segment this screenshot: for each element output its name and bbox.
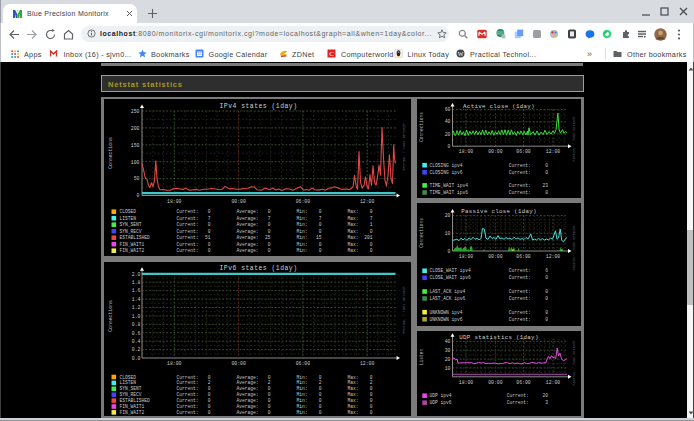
svg-text:SYN_RECV: SYN_RECV bbox=[119, 392, 141, 397]
svg-text:0: 0 bbox=[207, 242, 210, 247]
svg-text:0: 0 bbox=[369, 242, 372, 247]
svg-text:Average:: Average: bbox=[236, 409, 258, 414]
svg-text:1: 1 bbox=[369, 222, 372, 227]
svg-text:IPv6 states (1day): IPv6 states (1day) bbox=[219, 265, 297, 272]
svg-text:12:00: 12:00 bbox=[359, 361, 374, 366]
svg-text:Min:: Min: bbox=[296, 398, 307, 403]
svg-text:Current:: Current: bbox=[176, 209, 198, 214]
svg-text:0: 0 bbox=[318, 404, 321, 409]
svg-text:Passive close (1day): Passive close (1day) bbox=[461, 208, 537, 215]
svg-text:18:00: 18:00 bbox=[459, 254, 474, 259]
svg-text:06:00: 06:00 bbox=[516, 380, 531, 385]
svg-text:0: 0 bbox=[369, 392, 372, 397]
svg-text:00:00: 00:00 bbox=[488, 254, 503, 259]
svg-text:Listen: Listen bbox=[419, 349, 424, 366]
svg-text:LISTEN: LISTEN bbox=[119, 380, 136, 385]
svg-text:10: 10 bbox=[445, 231, 451, 236]
svg-text:12:00: 12:00 bbox=[546, 149, 561, 154]
svg-text:Min:: Min: bbox=[296, 248, 307, 253]
svg-text:Average:: Average: bbox=[236, 386, 258, 391]
svg-text:Current:: Current: bbox=[176, 386, 198, 391]
svg-text:0: 0 bbox=[369, 229, 372, 234]
svg-text:Current:: Current: bbox=[509, 317, 531, 322]
svg-text:Average:: Average: bbox=[236, 380, 258, 385]
svg-text:CLOSE_WAIT ipv6: CLOSE_WAIT ipv6 bbox=[429, 275, 471, 280]
svg-text:Max:: Max: bbox=[347, 222, 358, 227]
svg-text:Current:: Current: bbox=[509, 310, 531, 315]
svg-text:IPv4 states (1day): IPv4 states (1day) bbox=[219, 103, 297, 110]
svg-text:20: 20 bbox=[445, 357, 451, 362]
svg-text:UNKNOWN ipv4: UNKNOWN ipv4 bbox=[429, 310, 462, 315]
svg-text:CLOSING ipv6: CLOSING ipv6 bbox=[429, 170, 462, 175]
svg-text:0: 0 bbox=[448, 144, 451, 149]
svg-text:0: 0 bbox=[207, 374, 210, 379]
svg-text:Current:: Current: bbox=[509, 275, 531, 280]
svg-text:12:00: 12:00 bbox=[546, 254, 561, 259]
svg-text:UDP ipv4: UDP ipv4 bbox=[429, 393, 451, 398]
svg-text:Min:: Min: bbox=[296, 386, 307, 391]
svg-text:0: 0 bbox=[267, 222, 270, 227]
svg-text:Current:: Current: bbox=[509, 190, 531, 195]
svg-text:Min:: Min: bbox=[296, 380, 307, 385]
svg-text:Max:: Max: bbox=[347, 242, 358, 247]
svg-text:Min:: Min: bbox=[296, 392, 307, 397]
svg-text:06:00: 06:00 bbox=[516, 254, 531, 259]
svg-text:Max:: Max: bbox=[347, 374, 358, 379]
svg-text:Current:: Current: bbox=[509, 163, 531, 168]
svg-text:Current:: Current: bbox=[176, 235, 198, 240]
svg-text:1.8: 1.8 bbox=[131, 280, 140, 285]
svg-text:30: 30 bbox=[445, 348, 451, 353]
svg-text:150: 150 bbox=[130, 143, 139, 148]
svg-text:Current:: Current: bbox=[509, 183, 531, 188]
svg-text:0: 0 bbox=[267, 398, 270, 403]
svg-text:Average:: Average: bbox=[236, 248, 258, 253]
svg-text:0: 0 bbox=[207, 229, 210, 234]
svg-text:FIN_WAIT2: FIN_WAIT2 bbox=[119, 409, 144, 414]
svg-text:1.2: 1.2 bbox=[131, 305, 140, 310]
svg-text:Connections: Connections bbox=[107, 137, 112, 169]
svg-text:Min:: Min: bbox=[296, 216, 307, 221]
svg-text:LISTEN: LISTEN bbox=[119, 216, 136, 221]
svg-text:20: 20 bbox=[445, 132, 451, 137]
svg-text:Max:: Max: bbox=[347, 235, 358, 240]
svg-text:LAST_ACK ipv4: LAST_ACK ipv4 bbox=[429, 289, 465, 294]
svg-text:2.0: 2.0 bbox=[131, 271, 140, 276]
svg-text:Min:: Min: bbox=[296, 209, 307, 214]
svg-text:31: 31 bbox=[197, 51, 202, 56]
svg-text:UDP statistics (1day): UDP statistics (1day) bbox=[459, 334, 538, 341]
svg-text:Current:: Current: bbox=[176, 398, 198, 403]
svg-text:18:00: 18:00 bbox=[459, 149, 474, 154]
svg-text:FIN_WAIT2: FIN_WAIT2 bbox=[119, 248, 144, 253]
svg-text:CLOSED: CLOSED bbox=[119, 374, 136, 379]
svg-text:Current:: Current: bbox=[507, 393, 529, 398]
svg-text:1.0: 1.0 bbox=[131, 313, 140, 318]
svg-text:LAST_ACK ipv6: LAST_ACK ipv6 bbox=[429, 296, 465, 301]
svg-text:2: 2 bbox=[207, 380, 210, 385]
svg-text:0: 0 bbox=[267, 209, 270, 214]
svg-text:51: 51 bbox=[204, 235, 210, 240]
svg-text:0: 0 bbox=[318, 386, 321, 391]
svg-text:TIME_WAIT ipv4: TIME_WAIT ipv4 bbox=[429, 183, 468, 188]
svg-text:RRDTOOL / TOBI OETIKER: RRDTOOL / TOBI OETIKER bbox=[401, 122, 405, 170]
svg-text:3: 3 bbox=[545, 400, 548, 405]
svg-text:Average:: Average: bbox=[236, 222, 258, 227]
svg-text:Max:: Max: bbox=[347, 229, 358, 234]
svg-text:06:00: 06:00 bbox=[295, 361, 310, 366]
svg-text:Max:: Max: bbox=[347, 404, 358, 409]
svg-text:Active close (1day): Active close (1day) bbox=[463, 103, 535, 110]
svg-text:0: 0 bbox=[318, 229, 321, 234]
svg-text:0: 0 bbox=[448, 249, 451, 254]
svg-text:FIN_WAIT1: FIN_WAIT1 bbox=[119, 242, 144, 247]
svg-text:0: 0 bbox=[545, 170, 548, 175]
svg-text:0: 0 bbox=[318, 374, 321, 379]
svg-text:Connections: Connections bbox=[419, 218, 424, 248]
svg-text:200: 200 bbox=[130, 126, 139, 131]
svg-text:0: 0 bbox=[369, 386, 372, 391]
svg-text:Min:: Min: bbox=[296, 229, 307, 234]
svg-text:0: 0 bbox=[207, 392, 210, 397]
svg-text:SYN_RECV: SYN_RECV bbox=[119, 229, 141, 234]
svg-text:UNKNOWN ipv6: UNKNOWN ipv6 bbox=[429, 317, 462, 322]
svg-text:0: 0 bbox=[267, 242, 270, 247]
svg-text:0: 0 bbox=[267, 248, 270, 253]
svg-text:Max:: Max: bbox=[347, 248, 358, 253]
